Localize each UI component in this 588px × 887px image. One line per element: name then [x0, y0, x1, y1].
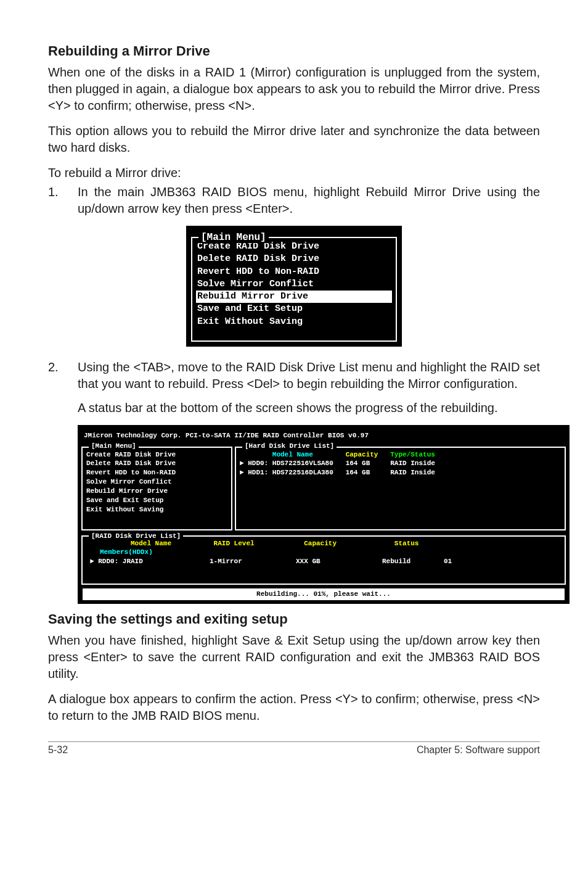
menu-item: Save and Exit Setup — [86, 496, 227, 505]
menu-item: Exit Without Saving — [196, 316, 392, 328]
step-number: 1. — [48, 184, 78, 217]
menu-item: Delete RAID Disk Drive — [196, 253, 392, 265]
raid-row: ► RDD0: JRAID1-MirrorXXX GBRebuild01 — [86, 557, 561, 566]
footer-rule — [48, 741, 540, 742]
menu-item: Exit Without Saving — [86, 505, 227, 514]
menu-item: Solve Mirror Conflict — [86, 477, 227, 487]
menu-item: Revert HDD to Non-RAID — [196, 266, 392, 278]
menu-item: Solve Mirror Conflict — [196, 278, 392, 291]
box-legend: [Main Menu] — [198, 232, 269, 243]
menu-item: Rebuild Mirror Drive — [196, 291, 392, 303]
menu-item: Delete RAID Disk Drive — [86, 459, 227, 468]
chapter-label: Chapter 5: Software support — [417, 745, 540, 756]
status-bar: Rebuilding... 01%, please wait... — [81, 587, 566, 601]
col-level: RAID Level — [214, 539, 300, 548]
step-number: 2. — [48, 359, 78, 416]
menu-item: Revert HDD to Non-RAID — [86, 468, 227, 477]
members-label: Members(HDDx) — [86, 548, 561, 557]
step-text: In the main JMB363 RAID BIOS menu, highl… — [78, 184, 540, 217]
paragraph: When you have finished, highlight Save &… — [48, 632, 540, 682]
box-legend: [RAID Disk Drive List] — [89, 532, 183, 541]
paragraph: When one of the disks in a RAID 1 (Mirro… — [48, 64, 540, 114]
col-status: Status — [394, 539, 456, 548]
page-number: 5-32 — [48, 745, 68, 756]
paragraph: This option allows you to rebuild the Mi… — [48, 123, 540, 156]
bios-full-screen: JMicron Technology Corp. PCI-to-SATA II/… — [78, 425, 570, 604]
menu-item: Rebuild Mirror Drive — [86, 487, 227, 496]
step-subtext: A status bar at the bottom of the screen… — [78, 400, 540, 416]
step-text: Using the <TAB>, move to the RAID Disk D… — [78, 360, 540, 390]
bios-main-menu: [Main Menu] Create RAID Disk DriveDelete… — [186, 226, 402, 347]
box-legend: [Main Menu] — [89, 442, 139, 451]
menu-item: Create RAID Disk Drive — [86, 450, 227, 460]
box-legend: [Hard Disk Drive List] — [242, 442, 337, 451]
section-heading-saving: Saving the settings and exiting setup — [48, 611, 540, 627]
col-capacity: Capacity — [304, 539, 390, 548]
paragraph: To rebuild a Mirror drive: — [48, 165, 540, 181]
paragraph: A dialogue box appears to confirm the ac… — [48, 691, 540, 724]
section-heading-rebuild: Rebuilding a Mirror Drive — [48, 43, 540, 59]
bios-title: JMicron Technology Corp. PCI-to-SATA II/… — [81, 430, 566, 443]
menu-item: Save and Exit Setup — [196, 303, 392, 315]
